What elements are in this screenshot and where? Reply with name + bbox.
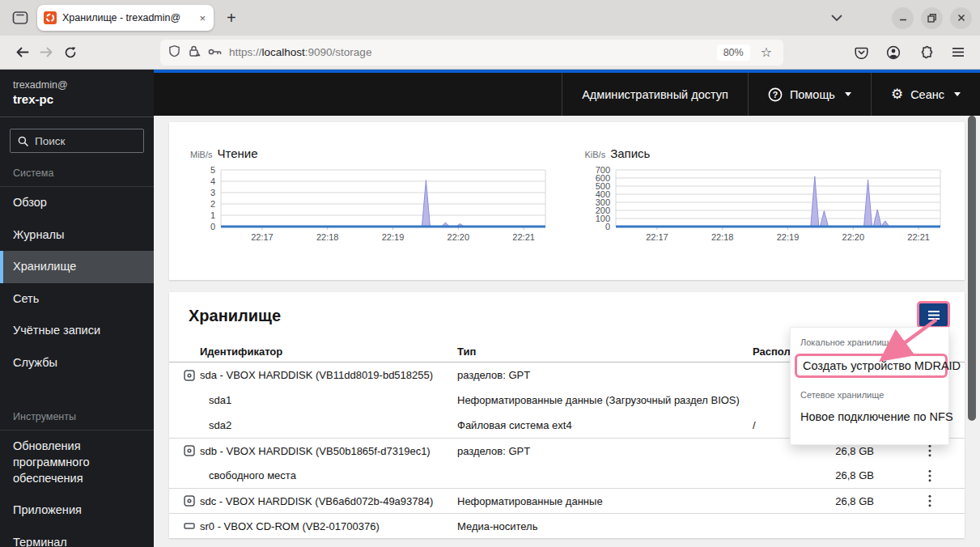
sidebar-username: trexadmin@	[13, 79, 141, 91]
svg-text:22:17: 22:17	[646, 232, 668, 242]
menu-item-new-nfs[interactable]: Новое подключение по NFS	[791, 406, 948, 427]
search-placeholder: Поиск	[35, 135, 65, 147]
screen: Хранилище - trexadmin@ × +	[0, 0, 980, 547]
menu-item-create-mdraid[interactable]: Создать устройство MDRAID	[795, 354, 948, 378]
sidebar-item-обзор[interactable]: Обзор	[0, 187, 154, 219]
cell-identifier: sda - VBOX HARDDISK (VB11dd8019-bd518255…	[200, 369, 457, 381]
menu-section-network: Сетевое хранилище	[791, 390, 948, 400]
svg-text:700: 700	[595, 165, 609, 175]
session-menu-button[interactable]: ⚙ Сеанс	[871, 73, 980, 116]
read-chart-unit: MiB/s	[190, 150, 213, 159]
table-row[interactable]: sdc - VBOX HARDDISK (VB6a6d072b-49a93784…	[169, 488, 965, 513]
forward-button[interactable]	[34, 40, 58, 65]
gear-icon: ⚙	[891, 87, 903, 101]
window-restore-button[interactable]	[921, 7, 943, 29]
svg-text:22:20: 22:20	[842, 232, 864, 242]
window-minimize-button[interactable]	[892, 7, 914, 29]
help-icon: ?	[768, 87, 783, 102]
cell-type: Файловая система ext4	[457, 419, 753, 431]
pocket-icon[interactable]	[849, 40, 873, 65]
sidebar-item-терминал[interactable]: Терминал	[0, 527, 154, 547]
cell-type: разделов: GPT	[457, 369, 753, 381]
sidebar-hostname: trex-pc	[13, 92, 141, 106]
admin-access-label: Административный доступ	[582, 88, 728, 101]
tab-title: Хранилище - trexadmin@	[62, 12, 192, 23]
svg-text:22:21: 22:21	[512, 232, 535, 242]
back-button[interactable]	[10, 40, 34, 65]
svg-text:1: 1	[210, 210, 215, 220]
read-chart: MiB/sЧтение 01234522:1722:1822:1922:2022…	[189, 146, 551, 280]
cell-identifier: sdc - VBOX HARDDISK (VB6a6d072b-49a93784…	[200, 495, 457, 507]
svg-text:4: 4	[210, 176, 215, 186]
scrollbar-thumb[interactable]	[968, 116, 976, 421]
sidebar-item-журналы[interactable]: Журналы	[0, 219, 154, 252]
row-kebab-menu-button[interactable]	[923, 493, 936, 509]
cell-identifier: sdb - VBOX HARDDISK (VB50b1865f-d7319ec1…	[200, 445, 457, 457]
admin-access-button[interactable]: Административный доступ	[562, 73, 748, 116]
sidebar-host-header[interactable]: trexadmin@ trex-pc	[0, 70, 154, 117]
storage-card: Хранилище Идентификатор Тип Распол...	[169, 292, 965, 538]
sidebar-item-хранилище[interactable]: Хранилище	[0, 251, 154, 283]
main-area: Административный доступ ? Помощь ⚙ Сеанс	[154, 70, 980, 547]
url-text[interactable]: https://localhost:9090/storage	[229, 46, 710, 58]
window-close-button[interactable]	[950, 7, 972, 29]
read-chart-plot: 01234522:1722:1822:1922:2022:21	[189, 165, 550, 246]
row-kebab-menu-button[interactable]	[923, 443, 936, 459]
list-tabs-chevron-icon[interactable]	[831, 11, 842, 25]
account-icon[interactable]	[881, 40, 906, 65]
cell-type: Медиа-носитель	[457, 520, 753, 532]
column-identifier: Идентификатор	[200, 346, 457, 358]
write-chart-title: Запись	[610, 146, 650, 160]
svg-text:22:20: 22:20	[448, 232, 470, 242]
svg-text:2: 2	[210, 199, 215, 209]
bookmark-star-icon[interactable]: ☆	[757, 45, 775, 60]
cell-identifier: sda2	[200, 419, 457, 431]
cell-type: Неформатированные данные	[457, 495, 753, 507]
sidebar-item-учётные[interactable]: Учётные записи	[0, 315, 154, 347]
lock-warning-icon[interactable]	[188, 45, 201, 61]
write-chart-plot: 010020030040050060070022:1722:1822:1922:…	[583, 165, 945, 246]
cockpit-favicon-icon	[44, 11, 57, 24]
cell-identifier: sr0 - VBOX CD-ROM (VB2-01700376)	[200, 520, 457, 532]
table-row[interactable]: sr0 - VBOX CD-ROM (VB2-01700376)Медиа-но…	[169, 513, 965, 538]
svg-text:22:18: 22:18	[711, 232, 733, 242]
key-icon[interactable]	[208, 45, 222, 60]
app-menu-icon[interactable]	[946, 40, 970, 65]
firefox-view-button[interactable]	[8, 6, 32, 30]
hdd-icon	[169, 445, 200, 456]
storage-actions-menu-button[interactable]	[919, 303, 948, 326]
sidebar-item-сеть[interactable]: Сеть	[0, 283, 154, 316]
session-label: Сеанс	[910, 88, 944, 101]
tab-close-icon[interactable]: ×	[197, 12, 207, 24]
storage-actions-menu: Локальное хранилище Создать устройство M…	[790, 327, 949, 445]
cell-type: Неформатированные данные (Загрузочный ра…	[457, 394, 753, 406]
cell-type: разделов: GPT	[457, 445, 753, 457]
sidebar-item-службы[interactable]: Службы	[0, 347, 154, 380]
url-bar[interactable]: https://localhost:9090/storage 80% ☆	[160, 40, 783, 66]
reload-button[interactable]	[58, 40, 83, 65]
sidebar-item-обновления[interactable]: Обновления программного обеспечения	[0, 430, 154, 494]
extensions-icon[interactable]	[914, 40, 938, 65]
sidebar-item-приложения[interactable]: Приложения	[0, 494, 154, 527]
cell-size: 26,8 GB	[797, 445, 874, 457]
write-chart-unit: KiB/s	[585, 150, 606, 159]
cell-identifier: sda1	[200, 394, 457, 406]
chevron-down-icon	[845, 92, 851, 96]
browser-tab[interactable]: Хранилище - trexadmin@ ×	[37, 5, 214, 31]
tracking-shield-icon[interactable]	[168, 45, 180, 61]
new-tab-button[interactable]: +	[227, 9, 236, 28]
cell-size: 26,8 GB	[797, 495, 874, 507]
row-kebab-menu-button[interactable]	[923, 468, 936, 484]
table-row[interactable]: свободного места26,8 GB	[169, 463, 965, 488]
sidebar: trexadmin@ trex-pc Поиск СистемаОбзорЖур…	[0, 70, 154, 547]
zoom-level-indicator[interactable]: 80%	[717, 45, 750, 61]
chevron-down-icon	[954, 92, 961, 96]
svg-text:22:18: 22:18	[316, 232, 339, 242]
hdd-icon	[169, 495, 200, 507]
menu-section-local: Локальное хранилище	[791, 337, 948, 347]
sidebar-nav: СистемаОбзорЖурналыХранилищеСетьУчётные …	[0, 156, 154, 547]
sidebar-search-input[interactable]: Поиск	[10, 129, 144, 153]
help-menu-button[interactable]: ? Помощь	[748, 73, 871, 116]
masthead: Административный доступ ? Помощь ⚙ Сеанс	[154, 70, 980, 116]
write-chart: KiB/sЗапись 010020030040050060070022:172…	[583, 146, 946, 280]
